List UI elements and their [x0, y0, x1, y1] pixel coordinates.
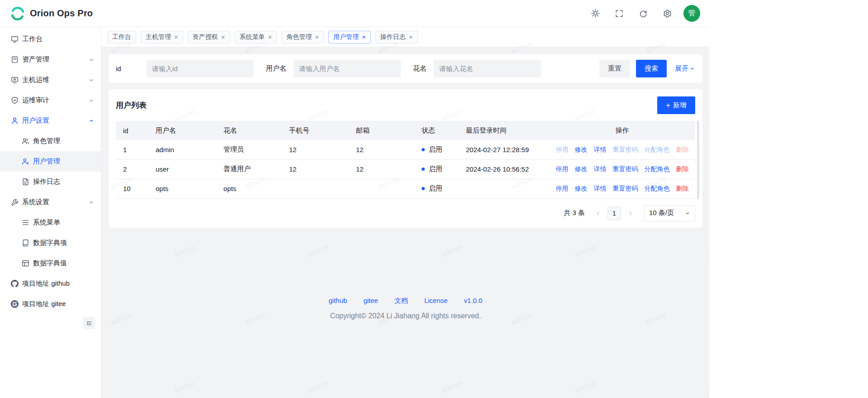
close-icon[interactable]: ×: [174, 34, 178, 40]
refresh-button[interactable]: [636, 6, 651, 21]
expand-toggle[interactable]: 展开: [675, 64, 695, 73]
footer-link-docs[interactable]: 文档: [394, 297, 408, 305]
sidebar-collapse-button[interactable]: [83, 317, 95, 329]
action-reset-password-link[interactable]: 重置密码: [613, 165, 638, 173]
close-icon[interactable]: ×: [268, 34, 272, 40]
status-badge: 启用: [429, 145, 442, 153]
sidebar-item-operation-log[interactable]: 操作日志: [0, 172, 101, 192]
action-reset-password-link[interactable]: 重置密码: [613, 185, 638, 192]
sidebar-item-asset-management[interactable]: 资产管理: [0, 49, 101, 70]
file-log-icon: [22, 178, 29, 186]
app-title: Orion Ops Pro: [30, 8, 93, 19]
search-button[interactable]: 搜索: [636, 60, 667, 77]
cell-username: admin: [148, 140, 216, 159]
theme-toggle-button[interactable]: [588, 6, 603, 21]
sidebar-item-system-settings[interactable]: 系统设置: [0, 192, 101, 212]
tab-operation-log[interactable]: 操作日志 ×: [375, 31, 418, 43]
add-user-button[interactable]: + 新增: [657, 96, 695, 114]
close-icon[interactable]: ×: [409, 34, 413, 40]
page-size-select[interactable]: 10 条/页: [644, 205, 695, 221]
user-avatar[interactable]: 管: [683, 5, 700, 22]
action-edit-link[interactable]: 修改: [575, 146, 588, 153]
sidebar-item-host-ops[interactable]: 主机运维: [0, 70, 101, 90]
asset-book-icon: [11, 56, 19, 63]
user-list-card: 用户列表 + 新增: [109, 89, 702, 228]
menu-lines-icon: [22, 219, 29, 226]
username-input[interactable]: [294, 60, 401, 77]
cell-status: 启用: [414, 140, 459, 159]
tab-role-management[interactable]: 角色管理 ×: [281, 31, 324, 43]
tab-label: 工作台: [112, 33, 131, 41]
footer-link-version[interactable]: v1.0.0: [464, 297, 483, 305]
tab-label: 主机管理: [146, 33, 171, 41]
action-detail-link[interactable]: 详情: [594, 165, 607, 173]
action-disable-link[interactable]: 停用: [556, 165, 569, 173]
app-root: Orion Ops Pro: [0, 0, 709, 398]
reset-button[interactable]: 重置: [599, 60, 630, 77]
shield-check-icon: [11, 96, 19, 104]
close-icon[interactable]: ×: [362, 34, 366, 40]
sidebar-item-system-menu[interactable]: 系统菜单: [0, 212, 101, 233]
action-assign-role-link[interactable]: 分配角色: [645, 165, 670, 173]
tab-system-menu[interactable]: 系统菜单 ×: [235, 31, 277, 43]
footer-link-github[interactable]: github: [329, 297, 347, 305]
id-input[interactable]: [147, 60, 254, 77]
content-area: id 用户名 花名 重置 搜索 展开: [101, 47, 709, 398]
table-grid-icon: [22, 259, 29, 267]
footer-link-gitee[interactable]: gitee: [363, 297, 378, 305]
workbench-icon: [11, 35, 19, 43]
table-scrollbar[interactable]: [697, 121, 699, 199]
tab-label: 资产授权: [193, 33, 218, 41]
action-detail-link[interactable]: 详情: [594, 146, 607, 153]
sidebar-item-user-management[interactable]: 用户管理: [0, 151, 101, 172]
tab-user-management[interactable]: 用户管理 ×: [328, 31, 371, 43]
sun-icon: [591, 9, 600, 18]
action-disable-link[interactable]: 停用: [556, 185, 569, 192]
tab-asset-authorization[interactable]: 资产授权 ×: [188, 31, 230, 43]
pagination-page-1[interactable]: 1: [607, 206, 621, 220]
sidebar-item-user-settings[interactable]: 用户设置: [0, 110, 101, 131]
action-delete-link[interactable]: 删除: [676, 185, 689, 192]
sidebar-item-ops-audit[interactable]: 运维审计: [0, 90, 101, 110]
action-assign-role-link[interactable]: 分配角色: [645, 185, 670, 192]
footer-link-license[interactable]: License: [424, 297, 448, 305]
action-edit-link[interactable]: 修改: [575, 185, 588, 192]
action-reset-password-link: 重置密码: [613, 146, 638, 153]
cell-email: 12: [349, 159, 414, 179]
cell-mobile: [282, 179, 349, 198]
username-field: 用户名: [266, 60, 401, 77]
table-row: 1 admin 管理员 12 12 启用 2024-02-27 12:28:59: [116, 140, 695, 159]
tab-workbench[interactable]: 工作台: [107, 31, 136, 43]
fullscreen-button[interactable]: [612, 6, 627, 21]
sidebar-item-gitee[interactable]: 项目地址 gitee: [0, 294, 101, 314]
chevron-down-icon: [88, 97, 95, 104]
fullscreen-icon: [615, 10, 623, 18]
close-icon[interactable]: ×: [315, 34, 319, 40]
settings-button[interactable]: [659, 6, 675, 21]
id-field: id: [116, 60, 254, 77]
sidebar-item-dict-keys[interactable]: 数据字典项: [0, 233, 101, 253]
cell-email: 12: [349, 140, 414, 159]
sidebar-item-label: 用户管理: [33, 157, 95, 166]
id-field-label: id: [116, 65, 139, 72]
sidebar-item-dict-values[interactable]: 数据字典值: [0, 253, 101, 273]
action-delete-link[interactable]: 删除: [676, 165, 689, 173]
tab-label: 操作日志: [380, 33, 406, 41]
action-detail-link[interactable]: 详情: [594, 185, 607, 192]
gear-icon: [663, 9, 672, 18]
sidebar-item-role-management[interactable]: 角色管理: [0, 131, 101, 151]
user-icon: [11, 117, 19, 125]
nickname-input[interactable]: [434, 60, 541, 77]
column-header-last-login: 最后登录时间: [459, 121, 549, 140]
sidebar-item-github[interactable]: 项目地址 github: [0, 273, 101, 294]
table-header-row: id 用户名 花名 手机号 邮箱 状态 最后登录时间 操作: [116, 121, 695, 140]
nickname-field: 花名: [413, 60, 541, 77]
chevron-up-icon: [88, 199, 95, 206]
cell-mobile: 12: [282, 159, 349, 179]
close-icon[interactable]: ×: [221, 34, 225, 40]
main-area: adminadminadminadminadminadminadminadmin…: [101, 27, 709, 398]
action-edit-link[interactable]: 修改: [575, 165, 588, 173]
sidebar-item-workbench[interactable]: 工作台: [0, 29, 101, 49]
tab-host-management[interactable]: 主机管理 ×: [141, 31, 183, 43]
table-card-header: 用户列表 + 新增: [116, 96, 695, 114]
